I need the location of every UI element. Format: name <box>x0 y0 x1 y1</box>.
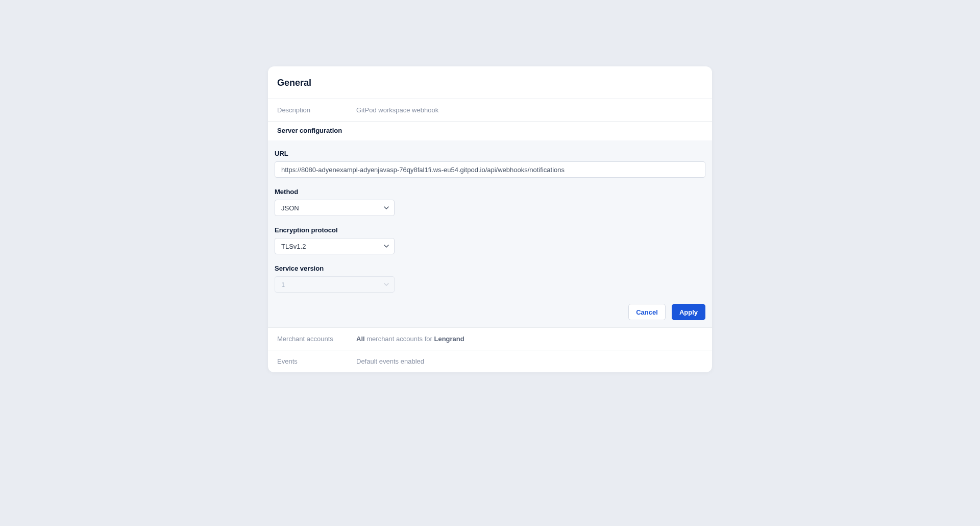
description-label: Description <box>277 106 356 114</box>
url-field-group: URL <box>275 150 705 178</box>
events-label: Events <box>277 357 356 365</box>
merchant-accounts-row: Merchant accounts All merchant accounts … <box>268 328 712 350</box>
service-version-label: Service version <box>275 265 705 272</box>
merchant-prefix: All <box>356 335 365 343</box>
description-value: GitPod workspace webhook <box>356 106 703 114</box>
service-version-select: 1 <box>275 276 395 293</box>
method-select-wrap: JSON <box>275 200 395 216</box>
encryption-label: Encryption protocol <box>275 226 705 234</box>
merchant-accounts-value: All merchant accounts for Lengrand <box>356 335 703 343</box>
method-field-group: Method JSON <box>275 188 705 216</box>
encryption-select-wrap: TLSv1.2 <box>275 238 395 254</box>
events-row: Events Default events enabled <box>268 350 712 372</box>
method-label: Method <box>275 188 705 196</box>
encryption-select[interactable]: TLSv1.2 <box>275 238 395 254</box>
service-version-select-value: 1 <box>281 281 285 289</box>
apply-button[interactable]: Apply <box>672 304 705 320</box>
events-value: Default events enabled <box>356 357 703 365</box>
cancel-button[interactable]: Cancel <box>628 304 666 320</box>
merchant-middle: merchant accounts for <box>365 335 434 343</box>
url-label: URL <box>275 150 705 157</box>
description-row: Description GitPod workspace webhook <box>268 99 712 121</box>
settings-card: General Description GitPod workspace web… <box>268 66 712 372</box>
service-version-field-group: Service version 1 <box>275 265 705 293</box>
merchant-accounts-label: Merchant accounts <box>277 335 356 343</box>
url-input[interactable] <box>275 161 705 178</box>
method-select[interactable]: JSON <box>275 200 395 216</box>
server-config-block: URL Method JSON Encryption protocol TLSv… <box>268 140 712 328</box>
method-select-value: JSON <box>281 204 299 212</box>
service-version-select-wrap: 1 <box>275 276 395 293</box>
server-config-header: Server configuration <box>268 122 712 140</box>
card-title: General <box>268 66 712 99</box>
encryption-select-value: TLSv1.2 <box>281 243 306 250</box>
button-row: Cancel Apply <box>275 303 705 320</box>
merchant-company: Lengrand <box>434 335 464 343</box>
encryption-field-group: Encryption protocol TLSv1.2 <box>275 226 705 254</box>
